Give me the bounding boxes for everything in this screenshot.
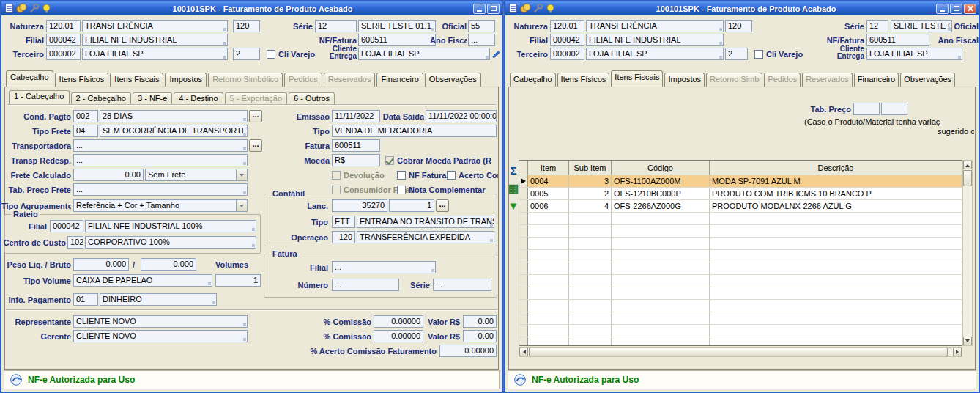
field-comissao-gerente[interactable]: 0.00000 <box>374 330 423 342</box>
field-representante[interactable]: CLIENTE NOVO <box>73 315 248 328</box>
field-cliente-entrega[interactable]: LOJA FILIAL SP <box>866 48 962 60</box>
field-lanc-2[interactable]: 1 <box>389 199 434 212</box>
field-tipo-volume[interactable]: CAIXA DE PAPELAO <box>73 274 212 287</box>
subtab-1-cabecalho[interactable]: 1 - Cabeçalho <box>9 90 70 104</box>
titlebar[interactable]: 100101SPK - Faturamento de Produto Acaba… <box>505 1 979 15</box>
scroll-right-button[interactable] <box>953 348 962 356</box>
field-terceiro-code[interactable]: 000002 <box>550 48 584 60</box>
subtab-6-outros[interactable]: 6 - Outros <box>289 92 335 104</box>
money-icon[interactable] <box>16 3 27 14</box>
notes-icon[interactable] <box>4 3 15 14</box>
field-centro-custo-desc[interactable]: CORPORATIVO 100% <box>85 236 256 249</box>
tab-cabecalho[interactable]: Cabeçalho <box>6 70 53 87</box>
dropdown-frete-modo[interactable]: Sem Frete <box>145 169 248 181</box>
tab-itens-fiscais[interactable]: Itens Fiscais <box>110 73 163 87</box>
field-fatura-numero[interactable]: ... <box>332 279 399 291</box>
column-header-item[interactable]: Item <box>528 161 569 175</box>
field-terceiro-desc[interactable]: LOJA FILIAL SP <box>586 48 724 60</box>
field-tab-preco-frete[interactable]: ... <box>73 183 248 196</box>
field-contabil-tipo-code[interactable]: ETT <box>332 216 355 228</box>
field-contabil-tipo-desc[interactable]: ENTRADA NO TRÂNSITO DE TRANSFE <box>357 216 494 228</box>
field-terceiro-code[interactable]: 000002 <box>46 48 81 60</box>
field-valor-gerente[interactable]: 0.00 <box>463 330 497 342</box>
checkbox-cli-varejo[interactable]: Cli Varejo <box>754 49 803 59</box>
column-header-descricao[interactable]: Descrição <box>710 161 962 175</box>
field-cond-pagto-desc[interactable]: 28 DIAS <box>100 110 248 122</box>
field-valor-representante[interactable]: 0.00 <box>463 315 497 328</box>
field-acerto-comissao[interactable]: 0.00000 <box>439 345 497 357</box>
field-fatura-filial[interactable]: ... <box>332 261 436 273</box>
field-gerente[interactable]: CLIENTE NOVO <box>73 330 248 342</box>
field-natureza-code[interactable]: 120.01 <box>46 20 81 32</box>
field-tab-preco-1[interactable] <box>853 103 880 115</box>
subtab-4-destino[interactable]: 4 - Destino <box>174 92 223 104</box>
table-row[interactable]: 0004 3 OFS-1100AZ000M MODA SP-7091 AZUL … <box>519 175 962 188</box>
minimize-button[interactable] <box>936 4 949 14</box>
tab-cabecalho[interactable]: Cabeçalho <box>510 73 556 87</box>
field-serie-desc[interactable]: SERIE TESTE 01.1 <box>891 20 952 32</box>
tab-impostos[interactable]: Impostos <box>165 73 207 87</box>
field-filial-desc[interactable]: FILIAL NFE INDUSTRIAL <box>586 34 724 46</box>
scroll-left-button[interactable] <box>519 348 528 356</box>
field-lanc-1[interactable]: 35270 <box>332 199 387 212</box>
field-terceiro-num[interactable]: 2 <box>725 48 748 60</box>
field-nf-fatura[interactable]: 600511 <box>358 34 436 46</box>
wrench-icon[interactable] <box>532 3 543 14</box>
field-cond-pagto-code[interactable]: 002 <box>73 110 98 122</box>
field-frete-calculado[interactable]: 0.00 <box>73 169 144 181</box>
field-serie-code[interactable]: 12 <box>866 20 888 32</box>
field-volumes[interactable]: 1 <box>215 274 261 287</box>
column-header-sub-item[interactable]: Sub Item <box>569 161 612 175</box>
field-natureza-code[interactable]: 120.01 <box>550 20 584 32</box>
field-serie-code[interactable]: 12 <box>315 20 357 32</box>
field-ano-fiscal[interactable]: ... <box>468 34 495 46</box>
tab-financeiro[interactable]: Financeiro <box>854 73 899 87</box>
field-terceiro-desc[interactable]: LOJA FILIAL SP <box>82 48 228 60</box>
field-natureza-num[interactable]: 120 <box>233 20 260 32</box>
lightbulb-icon[interactable] <box>545 3 556 14</box>
tab-itens-fisicos[interactable]: Itens Físicos <box>557 73 610 87</box>
field-transp-redesp[interactable]: ... <box>73 154 248 166</box>
field-rateio-filial-desc[interactable]: FILIAL NFE INDUSTRIAL 100% <box>85 220 256 232</box>
browse-lanc-button[interactable]: ... <box>436 199 449 212</box>
vertical-scrollbar[interactable] <box>962 160 973 346</box>
field-fatura-serie[interactable]: ... <box>433 279 491 291</box>
field-tab-preco-2[interactable] <box>881 103 907 115</box>
horizontal-scrollbar[interactable] <box>519 347 962 357</box>
table-row[interactable]: 0006 4 OFS-2266AZ000G PROODUTO MODALNX-2… <box>519 200 962 213</box>
field-operacao-code[interactable]: 120 <box>332 231 355 243</box>
checkbox-cobrar-moeda-padrao[interactable]: Cobrar Moeda Padrão (R <box>385 155 491 166</box>
field-fatura[interactable]: 600511 <box>332 139 380 152</box>
field-operacao-desc[interactable]: TRANSFERÊNCIA EXPEDIDA <box>357 231 494 243</box>
field-terceiro-num[interactable]: 2 <box>233 48 260 60</box>
tab-impostos[interactable]: Impostos <box>664 73 705 87</box>
lightbulb-icon[interactable] <box>41 3 52 14</box>
scroll-down-button[interactable] <box>963 337 972 345</box>
checkbox-nf-fatura[interactable]: NF Fatura <box>397 170 446 180</box>
subtab-3-nfe[interactable]: 3 - NF-e <box>133 92 172 104</box>
field-filial-code[interactable]: 000042 <box>550 34 584 46</box>
tab-itens-fisicos[interactable]: Itens Físicos <box>55 73 109 87</box>
checkbox-cli-varejo[interactable]: Cli Varejo <box>267 49 315 59</box>
titlebar[interactable]: 100101SPK - Faturamento de Produto Acaba… <box>1 1 502 15</box>
tab-observacoes[interactable]: Observações <box>425 73 481 87</box>
field-natureza-desc[interactable]: TRANSFERÊNCIA <box>82 20 228 32</box>
field-nf-fatura[interactable]: 600511 <box>866 34 929 46</box>
money-icon[interactable] <box>520 3 531 14</box>
field-transportadora[interactable]: ... <box>73 139 248 152</box>
close-button[interactable] <box>964 4 976 14</box>
table-row[interactable]: 0005 2 OFS-1210BC000P PRODUTO COM TRIB I… <box>519 188 962 200</box>
chevron-down-icon[interactable] <box>236 200 247 211</box>
notes-icon[interactable] <box>508 3 519 14</box>
field-emissao[interactable]: 11/11/2022 <box>332 110 380 122</box>
column-header-codigo[interactable]: Código <box>612 161 710 175</box>
field-tipo-frete-code[interactable]: 04 <box>73 125 98 137</box>
wrench-icon[interactable] <box>29 3 40 14</box>
tab-itens-fiscais[interactable]: Itens Fiscais <box>611 70 663 87</box>
minimize-button[interactable] <box>473 4 486 14</box>
field-info-pagamento-desc[interactable]: DINHEIRO <box>100 293 217 306</box>
field-oficial[interactable]: 55 <box>468 20 495 32</box>
vertical-scroll-thumb[interactable] <box>963 170 972 186</box>
field-filial-code[interactable]: 000042 <box>46 34 81 46</box>
field-comissao-representante[interactable]: 0.00000 <box>374 315 423 328</box>
